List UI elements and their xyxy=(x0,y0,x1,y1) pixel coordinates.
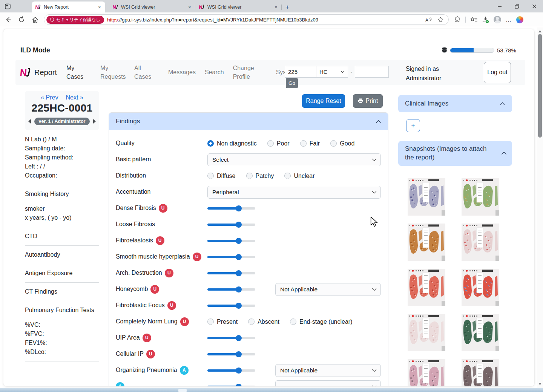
nav-item-messages[interactable]: Messages xyxy=(168,68,196,77)
snapshot-thumbnail[interactable] xyxy=(408,224,445,261)
slider-handle[interactable] xyxy=(236,335,242,341)
slider-handle[interactable] xyxy=(236,286,242,292)
brand[interactable]: N Report xyxy=(20,60,57,85)
radio-icon[interactable] xyxy=(246,173,253,179)
read-aloud-icon[interactable]: A xyxy=(425,17,432,23)
radio-option[interactable]: Patchy xyxy=(246,173,274,179)
radio-option[interactable]: Present xyxy=(207,318,238,325)
slider-handle[interactable] xyxy=(236,222,242,228)
findings-select[interactable]: Not Applicable xyxy=(275,364,381,377)
range-reset-button[interactable]: Range Reset xyxy=(302,94,345,108)
nav-item-search[interactable]: Search xyxy=(205,68,224,77)
scroll-up-icon[interactable] xyxy=(538,30,541,32)
radio-icon[interactable] xyxy=(290,318,296,325)
clinical-images-accordion-header[interactable]: Clinical Images xyxy=(398,95,512,112)
radio-option[interactable]: Fair xyxy=(300,140,320,147)
findings-select[interactable]: Not Applicable xyxy=(275,283,381,296)
radio-icon[interactable] xyxy=(267,140,274,147)
findings-select[interactable]: Peripheral xyxy=(207,186,381,199)
slider[interactable] xyxy=(207,337,255,339)
snapshot-thumbnail[interactable] xyxy=(462,314,499,351)
case-suffix-input[interactable] xyxy=(355,66,389,78)
restore-button[interactable] xyxy=(508,0,526,12)
nav-item-my-requests[interactable]: My Requests xyxy=(100,64,125,81)
slider-handle[interactable] xyxy=(236,368,242,374)
radio-icon[interactable] xyxy=(284,173,291,179)
version-next-icon[interactable] xyxy=(93,119,96,124)
findings-select[interactable]: Select xyxy=(207,153,381,166)
case-type-select[interactable]: HC xyxy=(316,66,348,78)
add-clinical-image-button[interactable]: + xyxy=(406,119,420,132)
slider[interactable] xyxy=(207,256,255,258)
print-button[interactable]: Print xyxy=(353,94,383,108)
tab-inactive-1[interactable]: N WSI Grid viewer× xyxy=(109,2,195,12)
copilot-icon[interactable] xyxy=(516,16,523,23)
slider[interactable] xyxy=(207,224,255,226)
snapshot-thumbnail[interactable] xyxy=(462,178,499,216)
profile-avatar[interactable] xyxy=(494,16,501,23)
security-badge[interactable]: セキュリティ保護なし xyxy=(46,16,104,24)
snapshot-thumbnail[interactable] xyxy=(462,224,499,261)
slider-handle[interactable] xyxy=(236,303,242,309)
prev-case-link[interactable]: « Prev xyxy=(41,94,58,101)
radio-option[interactable]: Non diagnostic xyxy=(207,140,257,147)
slider-handle[interactable] xyxy=(236,254,242,260)
snapshot-thumbnail[interactable] xyxy=(408,314,445,351)
collections-icon[interactable] xyxy=(470,17,477,23)
settings-more-icon[interactable]: … xyxy=(506,17,512,23)
tab-close-icon[interactable]: × xyxy=(187,4,192,10)
radio-option[interactable]: Abscent xyxy=(248,318,279,325)
new-tab-button[interactable]: + xyxy=(282,2,293,12)
scroll-down-icon[interactable] xyxy=(538,383,541,385)
close-window-button[interactable] xyxy=(526,0,543,12)
address-bar[interactable]: セキュリティ保護なし https://gpu.i-sys.biz/index.p… xyxy=(44,14,449,25)
version-prev-icon[interactable] xyxy=(28,119,31,124)
page-scrollbar[interactable] xyxy=(537,27,543,388)
slider-handle[interactable] xyxy=(236,205,242,211)
favorite-star-icon[interactable] xyxy=(437,17,444,23)
slider-handle[interactable] xyxy=(236,270,242,276)
nav-item-all-cases[interactable]: All Cases xyxy=(134,64,159,81)
radio-icon[interactable] xyxy=(207,173,214,179)
snapshot-thumbnail[interactable] xyxy=(408,269,445,306)
radio-icon[interactable] xyxy=(248,318,255,325)
back-icon[interactable] xyxy=(2,14,14,25)
snapshot-thumbnail[interactable] xyxy=(462,359,499,387)
slider[interactable] xyxy=(207,272,255,274)
case-number-input[interactable]: 225 xyxy=(285,66,316,78)
tab-inactive-2[interactable]: N WSI Grid viewer× xyxy=(195,2,282,12)
radio-checked-icon[interactable] xyxy=(207,140,214,147)
radio-option[interactable]: Diffuse xyxy=(207,173,236,179)
scrollbar-thumb[interactable] xyxy=(538,34,542,138)
radio-icon[interactable] xyxy=(300,140,307,147)
refresh-icon[interactable] xyxy=(16,14,27,25)
radio-option[interactable]: Poor xyxy=(267,140,290,147)
slider-handle[interactable] xyxy=(236,351,242,357)
snapshot-thumbnail[interactable] xyxy=(408,359,445,387)
slider-handle[interactable] xyxy=(236,238,242,244)
minimize-button[interactable] xyxy=(491,0,508,12)
extensions-icon[interactable] xyxy=(454,16,461,23)
nav-item-change-profile[interactable]: Change Profile xyxy=(233,64,258,81)
snapshots-accordion-header[interactable]: Snapshots (Images to attach the report) xyxy=(398,141,512,166)
slider[interactable] xyxy=(207,305,255,307)
findings-select[interactable] xyxy=(275,380,381,387)
slider[interactable] xyxy=(207,369,255,372)
snapshot-thumbnail[interactable] xyxy=(462,269,499,306)
radio-icon[interactable] xyxy=(330,140,337,147)
slider[interactable] xyxy=(207,240,255,242)
radio-option[interactable]: End-stage (unclear) xyxy=(290,318,353,325)
logout-button[interactable]: Log out xyxy=(484,62,511,83)
radio-option[interactable]: Unclear xyxy=(284,173,314,179)
slider[interactable] xyxy=(207,386,255,387)
snapshot-thumbnail[interactable] xyxy=(408,178,445,216)
home-icon[interactable] xyxy=(29,14,41,25)
nav-item-my-cases[interactable]: My Cases xyxy=(66,64,91,81)
tab-actions-icon[interactable] xyxy=(4,2,12,11)
next-case-link[interactable]: Next » xyxy=(66,94,83,101)
slider[interactable] xyxy=(207,207,255,210)
tab-active[interactable]: N New Report× xyxy=(32,2,105,12)
findings-accordion-header[interactable]: Findings xyxy=(109,113,388,130)
tab-close-icon[interactable]: × xyxy=(97,4,102,10)
slider[interactable] xyxy=(207,353,255,355)
